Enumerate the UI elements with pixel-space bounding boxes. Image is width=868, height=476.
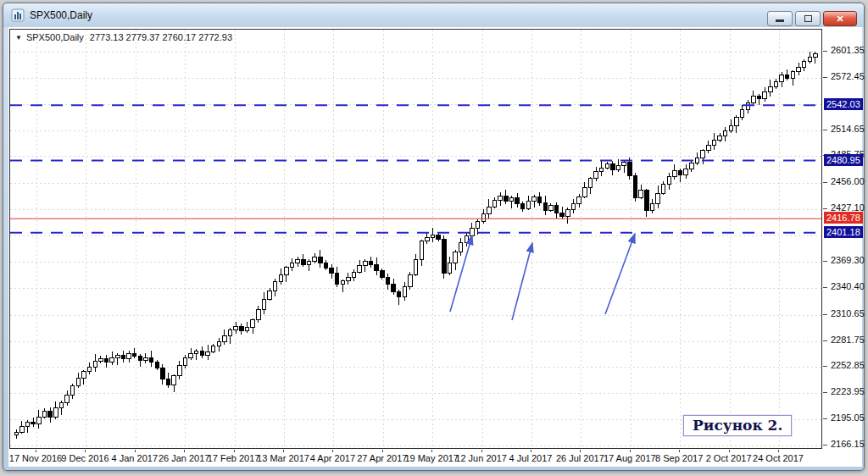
price-axis[interactable]: 2601.352572.452514.652485.752456.002427.… xyxy=(823,29,861,450)
date-tick-mark xyxy=(283,450,284,452)
candle-body xyxy=(409,274,413,286)
candle-body xyxy=(14,432,19,434)
date-tick-mark xyxy=(85,450,86,452)
candle-body xyxy=(217,341,221,346)
candle-body xyxy=(622,163,626,166)
candle-body xyxy=(701,151,705,158)
candle-body xyxy=(723,130,727,136)
candle-body xyxy=(492,201,497,207)
candle-body xyxy=(42,412,47,417)
price-tick-mark xyxy=(823,392,827,393)
candle-body xyxy=(290,263,294,267)
candle-body xyxy=(420,241,424,259)
candle-body xyxy=(549,206,554,210)
chart-legend[interactable]: ▼SPX500,Daily2773.13 2779.37 2760.17 277… xyxy=(15,32,232,42)
gridlines xyxy=(10,30,821,448)
candle-body xyxy=(453,252,458,263)
annotation-arrows xyxy=(450,234,635,320)
minimize-button[interactable] xyxy=(767,11,793,26)
candle-body xyxy=(211,346,215,351)
date-tick-label: 17 Feb 2017 xyxy=(208,453,260,463)
candle-body xyxy=(802,62,806,67)
price-tick-label: 2166.15 xyxy=(831,439,865,449)
candle-body xyxy=(352,272,356,277)
candle-body xyxy=(161,368,165,379)
candle-body xyxy=(48,412,53,417)
candles xyxy=(14,52,817,439)
date-tick-mark xyxy=(382,450,383,452)
candle-body xyxy=(223,336,227,341)
candle-body xyxy=(628,163,632,176)
candle-body xyxy=(537,196,542,202)
candle-body xyxy=(149,358,153,363)
date-tick-label: 2 Oct 2017 xyxy=(706,453,752,463)
candle-body xyxy=(341,281,345,285)
level-price-badge: 2542.03 xyxy=(824,98,863,110)
up-arrow xyxy=(512,243,532,320)
candle-body xyxy=(335,273,339,285)
candle-body xyxy=(667,177,671,185)
date-axis[interactable]: 17 Nov 20169 Dec 20164 Jan 201726 Jan 20… xyxy=(9,450,822,466)
candle-body xyxy=(532,196,537,201)
candle-body xyxy=(616,166,620,169)
candle-body xyxy=(718,136,722,141)
candle-body xyxy=(611,164,615,169)
candle-body xyxy=(375,264,379,270)
chevron-down-icon[interactable]: ▼ xyxy=(15,34,22,42)
candle-body xyxy=(364,261,368,265)
candle-body xyxy=(515,197,520,203)
date-tick-mark xyxy=(36,450,36,452)
candle-body xyxy=(397,292,401,297)
candle-body xyxy=(459,243,463,252)
candle-body xyxy=(729,126,733,130)
candle-body xyxy=(20,427,25,432)
date-tick-mark xyxy=(531,450,531,452)
candle-body xyxy=(566,209,570,217)
candle-body xyxy=(200,351,204,355)
candle-body xyxy=(814,53,818,57)
date-tick-label: 17 Nov 2016 xyxy=(9,453,62,463)
candle-body xyxy=(172,376,176,385)
candle-body xyxy=(240,326,244,330)
candle-body xyxy=(132,353,136,356)
candle-body xyxy=(245,327,249,330)
candle-body xyxy=(268,291,272,299)
candle-body xyxy=(757,97,761,99)
title-bar[interactable]: SPX500,Daily ✕ xyxy=(3,3,864,27)
legend-symbol: SPX500,Daily xyxy=(26,32,84,42)
price-tick-mark xyxy=(823,130,827,130)
level-price-badge: 2480.95 xyxy=(824,154,863,166)
candle-body xyxy=(54,407,58,417)
date-tick-mark xyxy=(431,450,432,452)
date-tick-mark xyxy=(481,450,482,452)
candle-body xyxy=(138,356,142,360)
date-tick-mark xyxy=(679,450,680,452)
candle-body xyxy=(307,261,311,264)
candle-body xyxy=(65,395,70,402)
candle-body xyxy=(526,202,531,209)
candle-body xyxy=(678,170,682,174)
date-tick-label: 24 Oct 2017 xyxy=(753,453,804,463)
date-tick-label: 4 Jul 2017 xyxy=(509,453,553,463)
legend-ohlc-values: 2773.13 2779.37 2760.17 2772.93 xyxy=(90,32,232,42)
close-button[interactable]: ✕ xyxy=(823,11,857,26)
candle-body xyxy=(358,266,362,272)
candle-body xyxy=(234,326,238,329)
level-price-badge: 2401.18 xyxy=(824,226,863,238)
price-tick-mark xyxy=(823,77,827,78)
candle-body xyxy=(442,240,447,274)
restore-button[interactable] xyxy=(795,11,821,26)
candle-body xyxy=(594,171,598,179)
candlestick-chart xyxy=(10,30,821,448)
candle-body xyxy=(605,164,609,168)
candle-body xyxy=(465,235,469,243)
price-tick-mark xyxy=(823,182,827,183)
price-tick-mark xyxy=(823,261,827,262)
candle-body xyxy=(707,145,711,150)
chart-plot-area[interactable]: ▼SPX500,Daily2773.13 2779.37 2760.17 277… xyxy=(9,29,822,449)
date-tick-label: 26 Jan 2017 xyxy=(159,453,210,463)
candle-body xyxy=(476,221,480,229)
candle-body xyxy=(498,196,503,200)
candle-body xyxy=(87,367,92,371)
candle-body xyxy=(144,358,148,361)
